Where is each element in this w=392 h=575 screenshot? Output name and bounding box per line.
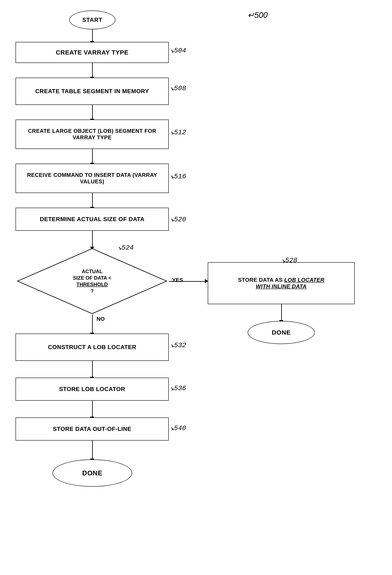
arrow-532-536 bbox=[92, 361, 93, 378]
step-504: CREATE VARRAY TYPE bbox=[16, 42, 169, 63]
decision-524: ACTUALSIZE OF DATA <THRESHOLD? bbox=[16, 247, 169, 315]
step-528: STORE DATA AS LOB LOCATERWITH INLINE DAT… bbox=[208, 262, 355, 304]
ref-536: ↘536 bbox=[170, 384, 186, 392]
arrow-508-512 bbox=[92, 105, 93, 120]
arrow-536-540 bbox=[92, 401, 93, 417]
step-516: RECEIVE COMMAND TO INSERT DATA (VARRAY V… bbox=[16, 164, 169, 193]
arrow-504-508 bbox=[92, 63, 93, 78]
ref-504: ↘504 bbox=[170, 46, 186, 54]
arrow-540-done bbox=[92, 441, 93, 459]
ref-528: ↘528 bbox=[281, 256, 297, 264]
step-512: CREATE LARGE OBJECT (LOB) SEGMENT FOR VA… bbox=[16, 120, 169, 149]
yes-label: YES bbox=[172, 277, 183, 283]
arrow-528-done1 bbox=[281, 304, 282, 321]
step-528-text: STORE DATA AS LOB LOCATERWITH INLINE DAT… bbox=[238, 277, 324, 290]
ref-label-500: ↵500 bbox=[248, 10, 268, 20]
step-540: STORE DATA OUT-OF-LINE bbox=[16, 417, 169, 441]
ref-532: ↘532 bbox=[170, 341, 186, 349]
arrow-516-520 bbox=[92, 193, 93, 208]
arrow-start-504 bbox=[92, 29, 93, 42]
step-532: CONSTRUCT A LOB LOCATER bbox=[16, 334, 169, 361]
arrow-512-516 bbox=[92, 149, 93, 164]
done-node-final: DONE bbox=[52, 459, 132, 487]
arrow-520-524 bbox=[92, 231, 93, 247]
ref-508: ↘508 bbox=[170, 84, 186, 92]
done-node-528: DONE bbox=[248, 321, 315, 344]
step-508: CREATE TABLE SEGMENT IN MEMORY bbox=[16, 78, 169, 105]
ref-516: ↘516 bbox=[170, 172, 186, 180]
ref-524: ↘524 bbox=[118, 243, 134, 252]
flowchart-diagram: ↵500 START CREATE VARRAY TYPE ↘504 CREAT… bbox=[0, 0, 392, 575]
ref-520: ↘520 bbox=[170, 215, 186, 223]
step-536: STORE LOB LOCATOR bbox=[16, 378, 169, 401]
decision-text-524: ACTUALSIZE OF DATA <THRESHOLD? bbox=[71, 266, 114, 296]
start-node: START bbox=[69, 10, 115, 29]
ref-540: ↘540 bbox=[170, 424, 186, 432]
arrow-no-532 bbox=[92, 315, 93, 334]
step-520: DETERMINE ACTUAL SIZE OF DATA bbox=[16, 208, 169, 231]
no-label: NO bbox=[97, 316, 105, 322]
ref-512: ↘512 bbox=[170, 128, 186, 136]
arrow-yes-h bbox=[169, 281, 206, 282]
